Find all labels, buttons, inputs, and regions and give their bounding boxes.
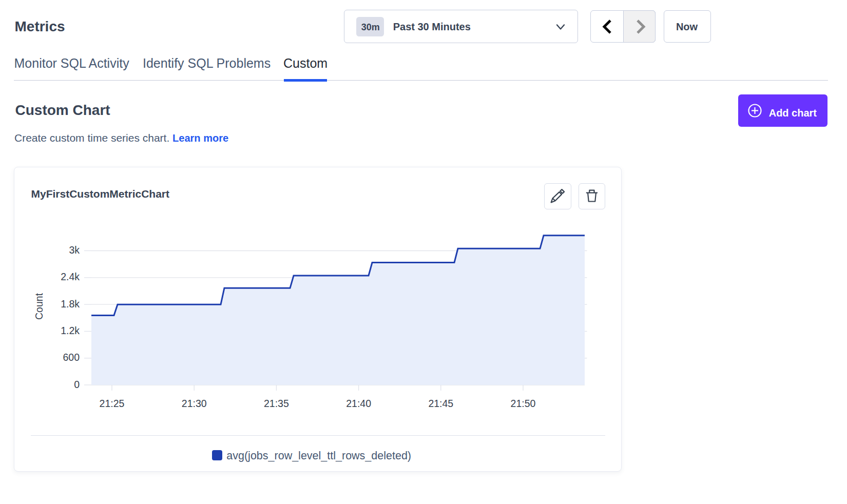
svg-text:3k: 3k <box>69 244 80 256</box>
svg-text:1.2k: 1.2k <box>61 325 80 336</box>
svg-text:21:45: 21:45 <box>428 398 453 409</box>
svg-text:21:40: 21:40 <box>346 398 371 409</box>
svg-text:0: 0 <box>74 379 80 390</box>
svg-text:600: 600 <box>63 352 80 363</box>
svg-text:21:25: 21:25 <box>100 398 125 409</box>
svg-text:21:30: 21:30 <box>182 398 207 409</box>
svg-text:21:50: 21:50 <box>511 398 536 409</box>
svg-text:Count: Count <box>33 293 45 320</box>
svg-text:2.4k: 2.4k <box>61 271 80 282</box>
svg-text:1.8k: 1.8k <box>61 298 80 309</box>
svg-text:21:35: 21:35 <box>264 398 289 409</box>
